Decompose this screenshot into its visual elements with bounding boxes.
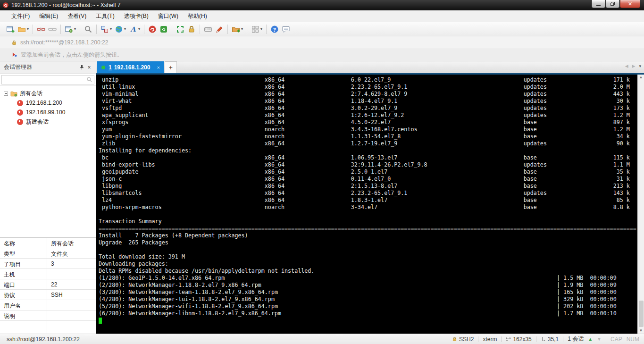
new-xshell-session-button[interactable]	[147, 24, 158, 35]
close-button[interactable]: ✕	[620, 0, 640, 8]
download-indicator[interactable]: ▼	[597, 336, 602, 342]
add-session-arrow-icon[interactable]	[11, 52, 17, 58]
font-dropdown[interactable]: ▾	[138, 27, 140, 31]
scroll-up-icon[interactable]: ▲	[639, 76, 643, 79]
session-search-row	[0, 74, 96, 86]
web-browser-button[interactable]	[113, 24, 125, 35]
status-divider	[606, 336, 606, 342]
toolbar-separator	[96, 25, 97, 34]
terminal-line: (3/280): NetworkManager-team-1.18.8-2.el…	[99, 289, 637, 296]
status-divider	[536, 336, 536, 342]
session-item[interactable]: 192.168.1.200	[0, 98, 96, 108]
session-tree: 所有会话 192.168.1.200192.168.99.100新建会话	[0, 86, 96, 237]
layout-panes-button[interactable]	[99, 24, 110, 35]
fullscreen-button[interactable]	[175, 24, 186, 35]
terminal-line: xfsprogs x86_64 4.5.0-22.el7 base 897 k	[99, 119, 637, 126]
minimize-button[interactable]	[592, 0, 605, 8]
status-divider	[563, 336, 563, 342]
resize-icon	[506, 336, 511, 342]
menu-item[interactable]: 文件(F)	[7, 11, 34, 22]
terminal-line: geoipupdate x86_64 2.5.0-1.el7 base 35 k	[99, 168, 637, 176]
file-transfer-icon	[232, 25, 240, 34]
scroll-thumb[interactable]	[639, 301, 644, 327]
window-title: 192.168.1.200 - root@localhost:~ - Xshel…	[11, 2, 120, 8]
session-properties-dropdown[interactable]: ▾	[74, 27, 76, 31]
reconnect-button[interactable]	[47, 24, 58, 35]
layout-panes-dropdown[interactable]: ▾	[110, 27, 112, 31]
menu-item[interactable]: 查看(V)	[63, 11, 91, 22]
toolbar-separator	[247, 25, 247, 34]
terminal-line: Total download size: 391 M	[99, 253, 637, 260]
close-icon: ✕	[628, 1, 632, 7]
terminal-line: Installing for dependencies:	[99, 147, 637, 154]
session-icon	[17, 109, 23, 116]
pin-panel-button[interactable]	[78, 64, 85, 71]
tab-close-button[interactable]: ×	[157, 65, 159, 70]
menu-item[interactable]: 窗口(W)	[153, 11, 183, 22]
terminal-line: python-srpm-macros noarch 3-34.el7 base …	[99, 204, 637, 211]
menu-bar: 文件(F)编辑(E)查看(V)工具(T)选项卡(B)窗口(W)帮助(H)	[0, 10, 644, 22]
feedback-button[interactable]	[280, 24, 292, 35]
session-properties-icon	[65, 25, 73, 34]
upload-indicator[interactable]: ▲	[588, 336, 593, 342]
terminal-line: (4/280): NetworkManager-tui-1.18.8-2.el7…	[99, 296, 637, 303]
restore-button[interactable]	[606, 0, 619, 8]
tab-scroll-right-icon[interactable]: ▶	[632, 64, 636, 68]
help-button[interactable]: ?	[269, 24, 280, 35]
globe-icon	[115, 25, 123, 34]
property-value: 所有会话	[47, 238, 96, 248]
file-transfer-dropdown[interactable]: ▾	[241, 27, 243, 31]
scroll-down-icon[interactable]: ▼	[639, 329, 643, 333]
svg-text:A: A	[130, 25, 136, 33]
file-transfer-button[interactable]	[230, 24, 242, 35]
tab-scroll-left-icon[interactable]: ◀	[625, 64, 628, 68]
open-folder-button[interactable]	[16, 24, 27, 35]
property-label: 名称	[0, 238, 47, 248]
terminal-line: vsftpd x86_64 3.0.2-29.el7_9 updates 173…	[99, 105, 637, 112]
menu-item[interactable]: 工具(T)	[91, 11, 119, 22]
tab-nav: ◀ ▶ ▾	[625, 64, 641, 68]
menu-item[interactable]: 选项卡(B)	[119, 11, 153, 22]
minimize-icon	[596, 5, 601, 6]
new-session-icon	[6, 25, 15, 34]
property-label: 子项目	[0, 259, 47, 268]
new-xftp-session-button[interactable]	[158, 24, 169, 35]
new-tab-button[interactable]: +	[165, 61, 177, 73]
highlighter-button[interactable]	[214, 24, 225, 35]
disconnect-button[interactable]	[35, 24, 47, 35]
session-item[interactable]: 新建会话	[0, 117, 96, 126]
lock-screen-button[interactable]	[186, 24, 197, 35]
tab-list-dropdown-icon[interactable]: ▾	[639, 64, 641, 68]
session-properties-button[interactable]	[63, 24, 75, 35]
terminal-scrollbar[interactable]: ▲ ▼	[637, 75, 644, 334]
tree-root-all-sessions[interactable]: 所有会话	[0, 89, 96, 98]
tile-windows-button[interactable]	[250, 24, 261, 35]
property-value	[47, 321, 96, 334]
web-browser-dropdown[interactable]: ▾	[124, 27, 126, 31]
pin-icon	[79, 65, 84, 70]
open-folder-dropdown[interactable]: ▾	[27, 27, 29, 31]
menu-item[interactable]: 帮助(H)	[183, 11, 212, 22]
tile-windows-dropdown[interactable]: ▾	[260, 27, 262, 31]
xshell-window: 192.168.1.200 - root@localhost:~ - Xshel…	[0, 0, 644, 344]
terminal-line: ========================================…	[99, 225, 637, 232]
collapse-icon[interactable]	[4, 92, 8, 96]
tab-index: 1	[109, 64, 112, 71]
virtual-keyboard-button[interactable]	[202, 24, 214, 35]
close-panel-button[interactable]: ×	[85, 64, 93, 71]
tab-192-168-1-200[interactable]: 1 192.168.1.200 ×	[97, 61, 164, 73]
menu-item[interactable]: 编辑(E)	[34, 11, 63, 22]
toolbar-separator	[172, 25, 172, 34]
terminal[interactable]: unzip x86_64 6.0-22.el7_9 updates 171 k …	[96, 75, 637, 334]
property-label: 类型	[0, 248, 47, 258]
property-label: 主机	[0, 269, 47, 279]
terminal-line	[99, 211, 637, 218]
find-button[interactable]	[83, 24, 94, 35]
search-icon[interactable]	[86, 76, 92, 83]
session-search-input[interactable]	[2, 76, 86, 84]
address-bar[interactable]: ssh://root:******@192.168.1.200:22	[0, 36, 644, 49]
session-item[interactable]: 192.168.99.100	[0, 108, 96, 117]
font-button[interactable]: A	[127, 24, 139, 35]
new-session-button[interactable]	[5, 24, 16, 35]
status-session-count: 1 会话	[568, 335, 584, 343]
